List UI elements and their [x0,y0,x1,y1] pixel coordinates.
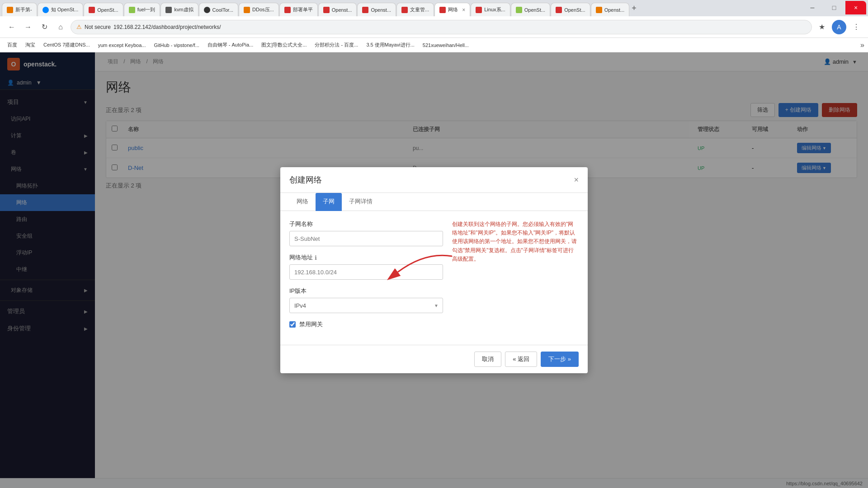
modal-footer: 取消 « 返回 下一步 » [280,345,588,373]
back-button[interactable]: ← [5,21,18,33]
bookmark-mayavi[interactable]: 3.5 使用Mayavi进行... [363,40,418,51]
back-button[interactable]: « 返回 [505,352,537,367]
tab-xinshou[interactable]: 新手第- [2,3,37,16]
address-text: 192.168.22.142/dashboard/project/network… [113,24,221,30]
tab-zhihu[interactable]: 知 OpenSt... [38,3,84,16]
window-controls: – □ × [802,1,866,16]
modal-overlay: 创建网络 × 网络 子网 子网详情 子网名称 [0,52,868,488]
modal-body: 子网名称 网络地址 ℹ IP版本 [280,211,588,345]
modal-tabs: 网络 子网 子网详情 [280,193,588,211]
tab-ddos[interactable]: DDos压... [239,3,279,16]
security-label: Not secure [85,24,111,30]
help-section: 创建关联到这个网络的子网。您必须输入有效的"网络地址"和"网关IP"。如果您不输… [452,220,579,336]
bookmark-star-button[interactable]: ★ [816,21,828,33]
profile-button[interactable]: A [832,20,846,34]
tab-wentong[interactable]: 文童管... [396,3,434,16]
modal-header: 创建网络 × [280,167,588,193]
address-bar[interactable]: ⚠ Not secure 192.168.22.142/dashboard/pr… [71,20,812,34]
tab-openst3[interactable]: Openst... [357,3,396,16]
bookmark-more-button[interactable]: » [860,41,864,49]
subnet-name-input[interactable] [289,231,443,246]
bookmark-taobao[interactable]: 淘宝 [22,40,39,51]
tab-fuel[interactable]: fuel一到 [124,3,160,16]
bookmark-yum[interactable]: yum except Keyboa... [94,40,150,51]
disable-gateway-group: 禁用网关 [289,320,443,328]
info-icon[interactable]: ℹ [315,254,317,261]
ip-version-group: IP版本 IPv4 IPv6 [289,287,443,313]
bookmark-baidu[interactable]: 百度 [4,40,21,51]
maximize-button[interactable]: □ [824,1,844,14]
ip-version-label: IP版本 [289,287,443,295]
bookmark-integral[interactable]: 分部积分法 - 百度... [311,40,362,51]
tab-openst1[interactable]: OpenSt... [84,3,123,16]
network-address-label-text: 网络地址 [289,253,313,262]
modal-title: 创建网络 [289,174,322,185]
close-button[interactable]: × [845,1,866,14]
subnet-name-label: 子网名称 [289,220,443,228]
bookmark-521[interactable]: 521xueweihan/Hell... [419,40,472,51]
tab-subnet[interactable]: 子网 [316,193,342,211]
modal-close-button[interactable]: × [574,175,579,185]
tab-subnet-label: 子网 [323,198,335,205]
browser-toolbar: ← → ↻ ⌂ ⚠ Not secure 192.168.22.142/dash… [0,16,868,38]
bookmark-centos[interactable]: CentOS 7搭建DNS... [40,40,94,51]
tab-deploy[interactable]: 部署单平 [279,3,318,16]
refresh-button[interactable]: ↻ [38,21,51,33]
bookmark-math[interactable]: 图文]导数公式大全... [258,40,310,51]
bookmark-github[interactable]: GitHub - vipstone/f... [150,40,203,51]
subnet-name-group: 子网名称 [289,220,443,246]
tab-subnet-detail[interactable]: 子网详情 [342,193,380,211]
tab-openst2[interactable]: Openst... [318,3,357,16]
close-tab-icon[interactable]: × [462,7,465,13]
tab-subnet-detail-label: 子网详情 [349,198,373,205]
menu-button[interactable]: ⋮ [850,21,863,33]
tab-network[interactable]: 网络 × [434,3,470,16]
modal-help-text: 创建关联到这个网络的子网。您必须输入有效的"网络地址"和"网关IP"。如果您不输… [452,220,579,263]
tab-github[interactable]: CoolTor... [199,3,238,16]
security-icon: ⚠ [76,23,82,30]
disable-gateway-label: 禁用网关 [299,320,323,328]
tab-linux[interactable]: Linux系... [471,3,510,16]
red-arrow-annotation [389,247,461,283]
new-tab-button[interactable]: + [632,4,637,13]
home-button[interactable]: ⌂ [54,21,67,33]
disable-gateway-checkbox-group: 禁用网关 [289,320,443,328]
create-network-modal: 创建网络 × 网络 子网 子网详情 子网名称 [280,167,588,373]
forward-button[interactable]: → [22,21,34,33]
ip-version-select-wrapper: IPv4 IPv6 [289,298,443,313]
minimize-button[interactable]: – [802,1,823,14]
cancel-button[interactable]: 取消 [474,352,501,367]
browser-tabs: 新手第- 知 OpenSt... OpenSt... fuel一到 kvm虚拟 … [0,0,868,16]
tab-openst6[interactable]: Openst... [591,3,630,16]
tab-kvm[interactable]: kvm虚拟 [160,3,198,16]
disable-gateway-checkbox[interactable] [289,321,296,328]
tab-openst4[interactable]: OpenSt... [511,3,550,16]
tab-openst5[interactable]: OpenSt... [551,3,590,16]
tab-network-label: 网络 [297,198,308,205]
ip-version-select[interactable]: IPv4 IPv6 [289,298,443,313]
tab-network-main[interactable]: 网络 [289,193,316,211]
next-button[interactable]: 下一步 » [541,352,579,367]
bookmarks-bar: 百度 淘宝 CentOS 7搭建DNS... yum except Keyboa… [0,38,868,52]
bookmark-piano[interactable]: 自由钢琴 - AutoPia... [204,40,257,51]
